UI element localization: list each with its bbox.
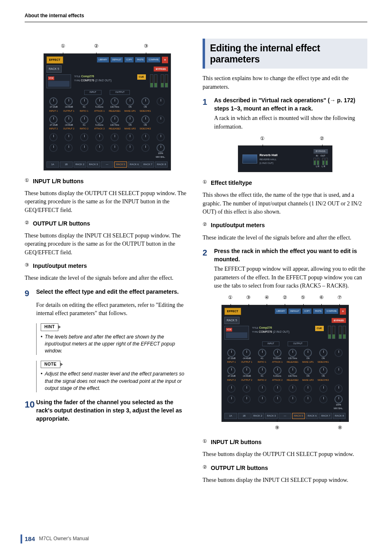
rack-label: RACK 5	[46, 65, 62, 73]
vcm-badge: VCM	[48, 76, 54, 80]
item-title: Input/output meters	[33, 262, 87, 270]
mini-io: [1 IN/2 OUT]	[260, 161, 311, 165]
item-body: These indicate the level of the signals …	[203, 234, 367, 242]
step-title: As described in "Virtual rack operations…	[214, 96, 367, 113]
item-output-lr-2: ② OUTPUT L/R buttons These buttons displ…	[203, 464, 367, 485]
compare-icon: COMPARE	[325, 309, 338, 314]
callout-1: ①	[61, 43, 65, 52]
item-input-lr-2: ① INPUT L/R buttons These buttons displa…	[203, 438, 367, 459]
effect-thumbnail	[242, 154, 257, 164]
mini-effect-title: Reverb Hall	[260, 153, 311, 158]
page-footer: 184 M7CL Owner's Manual	[21, 534, 89, 543]
effect-type: COMP276	[81, 79, 95, 82]
note-tag: NOTE	[41, 361, 60, 368]
mini-effect-type: REVERB HALL	[260, 158, 311, 161]
mock-effect-panel-right: EFFECT LIBRARY DEFAULT COPY PASTE COMPAR…	[221, 305, 349, 422]
effect-title: Comp276	[81, 75, 94, 78]
marker-1: ①	[25, 177, 29, 185]
callout-6: ⑥	[319, 294, 324, 304]
item-body: This shows the effect title, the name of…	[203, 191, 367, 216]
step-number: 2	[203, 247, 211, 264]
item-effect-title-type: ① Effect title/type This shows the effec…	[203, 179, 367, 216]
input-section: INPUT	[84, 90, 102, 95]
step-number: 10	[25, 398, 33, 423]
item-title: Input/output meters	[211, 221, 265, 229]
step-number: 9	[25, 288, 33, 299]
copy-icon: COPY	[302, 309, 311, 314]
paste-icon: PASTE	[313, 309, 323, 314]
callout-2: ②	[283, 294, 287, 304]
cue-button: CUE	[137, 74, 146, 80]
library-icon: LIBRARY	[97, 57, 109, 62]
vcm-badge: VCM	[226, 328, 232, 332]
page-number: 184	[21, 534, 35, 543]
item-io-meters: ③ Input/output meters These indicate the…	[25, 262, 189, 283]
callout-2: ②	[320, 135, 324, 145]
marker-2: ②	[203, 221, 207, 229]
step-body: The EFFECT popup window will appear, all…	[214, 265, 367, 290]
hint-tag: HINT	[41, 323, 58, 331]
marker-1: ①	[203, 179, 207, 187]
callout-1: ①	[260, 135, 265, 145]
close-icon: ×	[162, 57, 168, 63]
copy-icon: COPY	[125, 57, 134, 62]
callout-2: ②	[94, 43, 99, 52]
close-icon: ×	[340, 308, 346, 315]
running-head: About the internal effects	[25, 12, 367, 22]
item-body: These buttons display the INPUT CH SELEC…	[25, 232, 189, 257]
callout-1: ①	[228, 294, 233, 304]
output-section: OUTPUT	[110, 90, 130, 95]
step-title: Press the rack in which the effect you w…	[214, 247, 367, 264]
note-box: NOTE Adjust the effect send master level…	[36, 361, 189, 392]
effect-button: EFFECT	[46, 56, 63, 64]
marker-3: ③	[25, 262, 29, 270]
step-title: Using the fader of the channel you selec…	[36, 398, 189, 423]
library-icon: LIBRARY	[275, 309, 287, 314]
item-input-lr: ① INPUT L/R buttons These buttons displa…	[25, 177, 189, 214]
intro-text: This section explains how to change the …	[203, 74, 367, 91]
item-title: INPUT L/R buttons	[211, 438, 262, 446]
figure-effect-popup-right: ① ③ ④ ② ⑤ ⑥ ⑦ EFFECT LIBRARY DEFAULT COP…	[221, 294, 349, 431]
note-item: Adjust the effect send master level and …	[41, 371, 189, 392]
item-title: Effect title/type	[211, 179, 252, 187]
item-body: These indicate the level of the signals …	[25, 274, 189, 282]
item-title: INPUT L/R buttons	[33, 177, 84, 185]
left-column: ① ② ③ EFFECT LIBRARY DEFAULT COPY PASTE …	[25, 39, 189, 489]
compare-icon: COMPARE	[147, 57, 160, 62]
bypass-button: BYPASS	[332, 318, 346, 323]
marker-2: ②	[25, 219, 29, 228]
step-number: 1	[203, 96, 211, 113]
mini-bypass: BYPASS	[314, 149, 328, 154]
step-9: 9 Select the effect type and edit the ef…	[25, 288, 189, 299]
rack-label: RACK 5	[224, 317, 240, 324]
callout-7: ⑦	[337, 294, 342, 304]
step-body: A rack in which an effect is mounted wil…	[214, 114, 367, 131]
io-meters	[328, 326, 346, 339]
section-title: Editing the internal effect parameters	[203, 39, 367, 69]
doc-title: M7CL Owner's Manual	[39, 535, 89, 542]
io-config: (2 IN/2 OUT)	[95, 79, 111, 82]
effect-button: EFFECT	[224, 308, 241, 315]
step-1: 1 As described in "Virtual rack operatio…	[203, 96, 367, 113]
default-icon: DEFAULT	[288, 309, 301, 314]
callout-5: ⑤	[301, 294, 305, 304]
hint-item: The levels before and after the effect a…	[41, 334, 189, 355]
marker-2: ②	[203, 464, 207, 472]
paste-icon: PASTE	[135, 57, 145, 62]
rack-tabs: 1A 1B RACK 2 RACK 3 — RACK 5 RACK 6 RACK…	[46, 161, 168, 168]
item-body: These buttons display the INPUT CH SELEC…	[203, 476, 367, 484]
default-icon: DEFAULT	[111, 57, 123, 62]
callout-3: ③	[246, 294, 251, 304]
item-title: OUTPUT L/R buttons	[211, 464, 268, 472]
io-meters	[150, 74, 168, 88]
item-body: These buttons display the OUTPUT CH SELE…	[203, 450, 367, 458]
bypass-button: BYPASS	[154, 67, 168, 72]
step-2: 2 Press the rack in which the effect you…	[203, 247, 367, 264]
hint-box: HINT The levels before and after the eff…	[36, 323, 189, 355]
mock-effect-panel-left: EFFECT LIBRARY DEFAULT COPY PASTE COMPAR…	[44, 53, 171, 170]
item-body: These buttons display the OUTPUT CH SELE…	[25, 189, 189, 214]
callout-9: ⑨	[275, 422, 279, 431]
callout-4: ④	[265, 294, 269, 304]
step-10: 10 Using the fader of the channel you se…	[25, 398, 189, 423]
figure-rack-slot: ① ② Reverb Hall REVERB HALL [1 IN/2 OUT]…	[238, 135, 332, 172]
